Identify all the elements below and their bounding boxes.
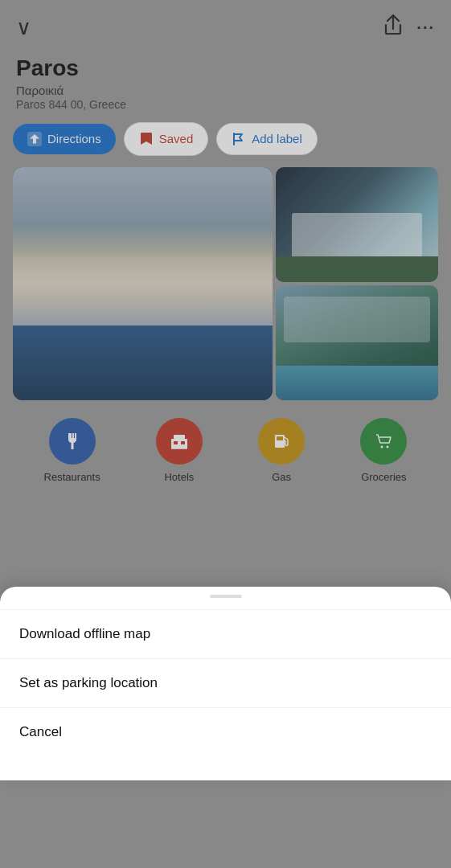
bottom-panel: Download offline map Set as parking loca…: [0, 587, 451, 780]
category-gas[interactable]: Gas: [258, 418, 305, 483]
add-label-label: Add label: [252, 132, 302, 145]
gas-icon: [258, 418, 305, 465]
chevron-down-icon[interactable]: ∨: [16, 15, 31, 40]
place-name: Paros: [16, 55, 435, 82]
menu-item-cancel[interactable]: Cancel: [0, 707, 451, 756]
top-bar-right: ···: [384, 14, 435, 40]
photo-main[interactable]: [13, 167, 273, 400]
svg-point-8: [387, 445, 389, 448]
groceries-icon: [360, 418, 407, 465]
category-restaurants[interactable]: Restaurants: [44, 418, 100, 483]
directions-icon: [27, 132, 42, 146]
directions-button[interactable]: Directions: [13, 124, 116, 154]
add-label-icon: [232, 132, 246, 146]
category-row: Restaurants Hotels: [0, 400, 451, 496]
svg-point-7: [381, 445, 383, 448]
share-icon[interactable]: [384, 14, 402, 40]
photo-grid[interactable]: [0, 167, 451, 400]
add-label-button[interactable]: Add label: [216, 123, 318, 155]
place-address: Paros 844 00, Greece: [16, 98, 435, 111]
svg-rect-6: [277, 436, 283, 440]
category-hotels[interactable]: Hotels: [156, 418, 203, 483]
saved-label: Saved: [159, 132, 194, 145]
action-buttons: Directions Saved Add label: [0, 122, 451, 167]
handle-bar: [210, 595, 242, 598]
svg-rect-2: [174, 441, 178, 444]
map-overlay: ∨ ··· Paros Παροικιά Paros 844 00, Greec…: [0, 0, 451, 611]
category-groceries[interactable]: Groceries: [360, 418, 407, 483]
restaurants-label: Restaurants: [44, 471, 100, 483]
photo-top[interactable]: [276, 167, 438, 282]
menu-item-download-offline[interactable]: Download offline map: [0, 609, 451, 658]
hotels-icon: [156, 418, 203, 465]
menu-item-set-parking[interactable]: Set as parking location: [0, 658, 451, 707]
top-bar: ∨ ···: [0, 0, 451, 48]
saved-button[interactable]: Saved: [124, 122, 209, 156]
more-options-icon[interactable]: ···: [416, 18, 435, 37]
directions-label: Directions: [47, 132, 101, 145]
place-info: Paros Παροικιά Paros 844 00, Greece: [0, 48, 451, 122]
groceries-label: Groceries: [361, 471, 406, 483]
photo-bottom[interactable]: [276, 285, 438, 400]
svg-rect-3: [181, 441, 185, 444]
place-subtitle: Παροικιά: [16, 84, 435, 97]
gas-label: Gas: [272, 471, 291, 483]
saved-icon: [139, 131, 154, 147]
hotels-label: Hotels: [164, 471, 194, 483]
restaurants-icon: [49, 418, 96, 465]
svg-rect-4: [174, 435, 185, 439]
photo-side: [276, 167, 438, 400]
